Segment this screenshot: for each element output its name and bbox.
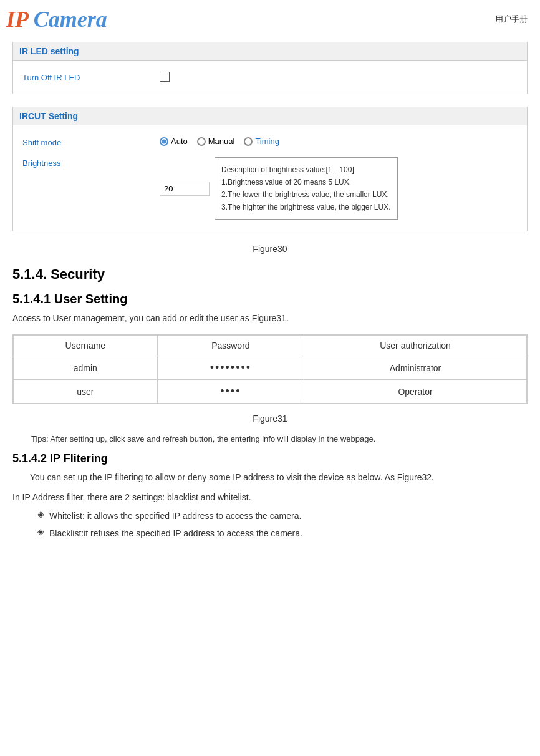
col-username: Username — [14, 336, 158, 356]
ircut-body: Shift mode Auto Manual Timin — [13, 125, 527, 231]
diamond-icon-2: ◈ — [37, 526, 44, 536]
logo-camera: Camera — [28, 7, 107, 32]
user-setting-heading: 5.1.4.1 User Setting — [12, 292, 528, 306]
tooltip-line2: 1.Brightness value of 20 means 5 LUX. — [221, 177, 391, 188]
tooltip-line4: 3.The highter the brightness value, the … — [221, 201, 391, 213]
radio-timing[interactable]: Timing — [244, 137, 279, 146]
ip-filtering-heading: 5.1.4.2 IP Flitering — [12, 452, 528, 465]
col-authorization: User authorization — [304, 336, 527, 356]
security-heading: 5.1.4. Security — [12, 266, 528, 283]
figure31-caption: Figure31 — [12, 414, 528, 424]
user-setting-description: Access to User management, you can add o… — [12, 311, 528, 325]
whitelist-item: ◈ Whitelist: it allows the specified IP … — [12, 509, 528, 523]
tooltip-line1: Description of brightness value:[1－100] — [221, 164, 391, 175]
main-content: IR LED setting Turn Off IR LED IRCUT Set… — [0, 36, 540, 550]
radio-manual-circle — [197, 137, 206, 146]
turn-off-ir-label: Turn Off IR LED — [22, 72, 160, 82]
radio-auto-label: Auto — [171, 137, 188, 146]
blacklist-item: ◈ Blacklist:it refuses the specified IP … — [12, 526, 528, 540]
tips-text: Tips: After setting up, click save and r… — [12, 433, 528, 446]
user-password: •••• — [157, 380, 304, 404]
table-header-row: Username Password User authorization — [14, 336, 527, 356]
ir-led-box: IR LED setting Turn Off IR LED — [12, 42, 528, 94]
shift-mode-row: Shift mode Auto Manual Timin — [22, 132, 518, 152]
brightness-label: Brightness — [22, 157, 160, 168]
user-table: Username Password User authorization adm… — [13, 335, 527, 404]
brightness-tooltip: Description of brightness value:[1－100] … — [215, 157, 398, 220]
tooltip-line3: 2.The lower the brightness value, the sm… — [221, 189, 391, 200]
ircut-box: IRCUT Setting Shift mode Auto Manual — [12, 107, 528, 231]
blacklist-text: Blacklist:it refuses the specified IP ad… — [49, 526, 302, 540]
turn-off-ir-value — [160, 72, 518, 82]
header-subtitle: 用户手册 — [495, 14, 528, 25]
turn-off-ir-row: Turn Off IR LED — [22, 67, 518, 87]
ip-filtering-body1: You can set up the IP filtering to allow… — [12, 470, 528, 485]
whitelist-text: Whitelist: it allows the specified IP ad… — [49, 509, 301, 523]
user-table-wrapper: Username Password User authorization adm… — [12, 334, 528, 404]
ir-led-body: Turn Off IR LED — [13, 61, 527, 94]
table-row: admin •••••••• Administrator — [14, 356, 527, 380]
radio-timing-circle — [244, 137, 253, 146]
user-authorization: Operator — [304, 380, 527, 404]
user-username: user — [14, 380, 158, 404]
radio-manual[interactable]: Manual — [197, 137, 235, 146]
user-password-dots: •••• — [220, 385, 241, 397]
ir-led-header: IR LED setting — [13, 42, 527, 61]
col-password: Password — [157, 336, 304, 356]
figure30-caption: Figure30 — [12, 244, 528, 254]
shift-mode-label: Shift mode — [22, 137, 160, 147]
turn-off-ir-checkbox[interactable] — [160, 72, 170, 82]
radio-auto[interactable]: Auto — [160, 137, 188, 146]
radio-auto-circle — [160, 137, 168, 146]
admin-password-dots: •••••••• — [210, 361, 251, 374]
radio-group-shift: Auto Manual Timing — [160, 137, 279, 146]
admin-authorization: Administrator — [304, 356, 527, 380]
ircut-header: IRCUT Setting — [13, 107, 527, 125]
logo: IP Camera — [6, 6, 107, 32]
admin-username: admin — [14, 356, 158, 380]
shift-mode-options: Auto Manual Timing — [160, 137, 518, 146]
header: IP Camera 用户手册 — [0, 0, 540, 36]
brightness-row: Brightness Description of brightness val… — [22, 152, 518, 225]
brightness-input[interactable] — [160, 182, 210, 196]
table-row: user •••• Operator — [14, 380, 527, 404]
diamond-icon-1: ◈ — [37, 509, 44, 519]
radio-timing-label: Timing — [255, 137, 279, 146]
admin-password: •••••••• — [157, 356, 304, 380]
ip-filtering-body2: In IP Address filter, there are 2 settin… — [12, 490, 528, 504]
logo-ip: IP — [6, 7, 28, 32]
radio-manual-label: Manual — [208, 137, 235, 146]
brightness-value-area: Description of brightness value:[1－100] … — [160, 157, 518, 220]
